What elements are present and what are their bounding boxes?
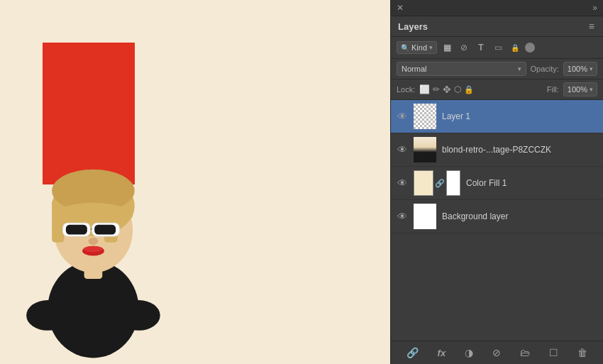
svg-rect-9 [66, 225, 87, 235]
blond-layer-name: blond-retro-...tage-P8ZCCZK [442, 145, 597, 155]
pixel-filter-icon[interactable]: ▦ [440, 40, 454, 55]
link-layers-button[interactable]: 🔗 [404, 346, 421, 360]
delete-layer-button[interactable]: 🗑 [575, 346, 590, 360]
type-filter-icon[interactable]: T [474, 40, 488, 55]
panel-close-icon[interactable]: ✕ [397, 3, 404, 13]
panel-collapse-icon[interactable]: » [592, 3, 597, 13]
layer-item-background[interactable]: 👁 Background layer [391, 200, 603, 233]
opacity-chevron-icon: ▾ [590, 65, 593, 72]
blend-mode-row: Normal ▾ Opacity: 100% ▾ [391, 59, 603, 79]
panel-top-bar: ✕ » [391, 0, 603, 16]
svg-point-13 [89, 238, 99, 245]
panel-menu-icon[interactable]: ≡ [589, 21, 596, 32]
layers-panel: ✕ » Layers ≡ 🔍 Kind ▾ ▦ ⊘ T ▭ 🔒 Normal ▾… [390, 0, 603, 364]
blend-mode-value: Normal [402, 65, 426, 73]
opacity-value[interactable]: 100% ▾ [563, 62, 597, 76]
adjustment-layer-button[interactable]: ⊘ [489, 346, 504, 360]
panel-title: Layers [398, 21, 428, 32]
fill-number: 100% [568, 85, 587, 94]
background-thumbnail [414, 204, 436, 229]
blond-visibility-icon[interactable]: 👁 [397, 144, 408, 155]
add-mask-button[interactable]: ◑ [462, 346, 476, 360]
panel-header: Layers ≡ [391, 16, 603, 37]
colorfill-chain-icon: 🔗 [435, 179, 445, 188]
kind-label: Kind [411, 43, 427, 52]
smart-filter-icon[interactable]: 🔒 [508, 40, 522, 55]
kind-chevron-icon: ▾ [429, 44, 433, 51]
colorfill-mask-thumbnail [446, 170, 460, 196]
person-illustration [14, 66, 184, 364]
adjustment-filter-icon[interactable]: ⊘ [457, 40, 471, 55]
filter-color-dot[interactable] [525, 43, 535, 53]
layer-item-blond[interactable]: 👁 blond-retro-...tage-P8ZCCZK [391, 133, 603, 167]
colorfill-thumbnail [414, 170, 433, 196]
fill-label: Fill: [547, 85, 559, 94]
blend-mode-dropdown[interactable]: Normal ▾ [397, 62, 526, 76]
panel-footer: 🔗 fx ◑ ⊘ 🗁 ☐ 🗑 [391, 341, 603, 364]
search-icon: 🔍 [401, 44, 409, 52]
background-layer-name: Background layer [442, 211, 597, 221]
kind-filter-dropdown[interactable]: 🔍 Kind ▾ [397, 41, 437, 54]
shape-filter-icon[interactable]: ▭ [491, 40, 505, 55]
lock-icons-group: ⬜ ✏ ✥ ⬡ 🔒 [419, 84, 542, 95]
background-visibility-icon[interactable]: 👁 [397, 211, 408, 222]
group-layer-button[interactable]: 🗁 [517, 346, 533, 360]
colorfill-visibility-icon[interactable]: 👁 [397, 177, 408, 189]
lock-transparent-icon[interactable]: ⬜ [419, 84, 430, 94]
fill-value[interactable]: 100% ▾ [563, 82, 597, 96]
lock-artboard-icon[interactable]: ⬡ [454, 84, 461, 94]
layer-item-colorfill[interactable]: 👁 🔗 Color Fill 1 [391, 167, 603, 200]
fill-chevron-icon: ▾ [590, 86, 593, 93]
fx-button[interactable]: fx [435, 346, 449, 360]
lock-pixels-icon[interactable]: ✏ [433, 84, 440, 94]
canvas-area [0, 0, 390, 364]
colorfill-thumb-wrapper: 🔗 [414, 170, 460, 196]
layer1-thumbnail [414, 104, 436, 129]
blend-chevron-icon: ▾ [518, 65, 521, 72]
layer1-name: Layer 1 [442, 111, 597, 121]
lock-label: Lock: [397, 85, 415, 94]
opacity-number: 100% [568, 65, 587, 73]
lock-row: Lock: ⬜ ✏ ✥ ⬡ 🔒 Fill: 100% ▾ [391, 79, 603, 100]
new-layer-button[interactable]: ☐ [546, 346, 561, 360]
layers-list: 👁 Layer 1 👁 blond-retro-...tage-P8ZCCZK … [391, 100, 603, 341]
svg-point-15 [84, 246, 103, 253]
svg-point-16 [26, 300, 69, 331]
svg-rect-11 [94, 225, 116, 235]
lock-position-icon[interactable]: ✥ [443, 84, 451, 95]
filter-row: 🔍 Kind ▾ ▦ ⊘ T ▭ 🔒 [391, 37, 603, 59]
opacity-label: Opacity: [531, 65, 559, 73]
svg-point-17 [118, 300, 160, 331]
lock-all-icon[interactable]: 🔒 [464, 85, 474, 94]
blond-thumbnail [414, 137, 436, 162]
colorfill-layer-name: Color Fill 1 [466, 178, 597, 188]
layer1-visibility-icon[interactable]: 👁 [397, 111, 408, 122]
layer-item-layer1[interactable]: 👁 Layer 1 [391, 100, 603, 133]
